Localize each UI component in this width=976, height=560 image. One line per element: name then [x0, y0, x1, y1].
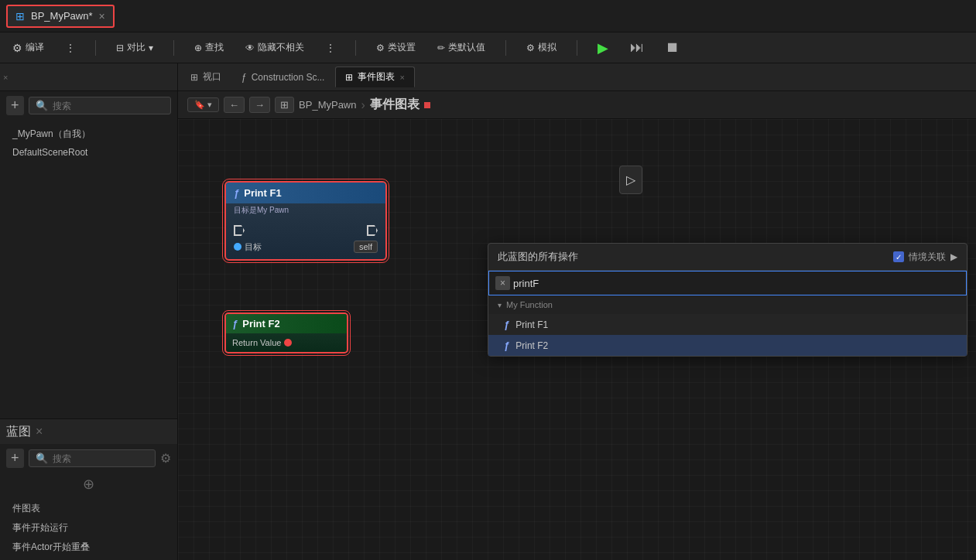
- sim-icon: ⚙: [526, 43, 535, 53]
- bottom-list-item-overlap[interactable]: 事件Actor开始重叠: [0, 538, 177, 557]
- toolbar-class-default-btn[interactable]: ✏ 类默认值: [433, 38, 490, 57]
- return-label: Return Value: [232, 338, 281, 347]
- bottom-panel-close-btn[interactable]: ×: [36, 425, 43, 439]
- toolbar-hide-btn[interactable]: 👁 隐藏不相关: [241, 38, 309, 57]
- bottom-list: 件图表 事件开始运行 事件Actor开始重叠: [0, 496, 177, 560]
- target-value-pin: self: [354, 241, 378, 253]
- exec-out-icon: [367, 225, 378, 236]
- bottom-search-icon: 🔍: [36, 452, 48, 464]
- toolbar-diff-btn[interactable]: ⊟ 对比 ▾: [111, 38, 158, 57]
- class-set-label: 类设置: [388, 41, 416, 54]
- bottom-panel-title: 蓝图: [6, 424, 31, 440]
- canvas-grid[interactable]: ▷ ƒ Print F1 目标是My Pawn: [178, 119, 976, 560]
- search-input-row: ×: [488, 271, 967, 295]
- print-f2-body: Return Value: [226, 333, 347, 352]
- print-f1-node[interactable]: ƒ Print F1 目标是My Pawn: [224, 181, 387, 261]
- result-group-header: ▾ My Function: [488, 295, 967, 314]
- result-item-1[interactable]: ƒ Print F2: [488, 335, 967, 356]
- context-arrow: ▶: [950, 251, 957, 262]
- event-graph-close-btn[interactable]: ×: [399, 73, 404, 82]
- print-f1-body: 目标 self: [226, 219, 385, 259]
- toolbar-sep-2: [173, 40, 174, 56]
- return-pin: Return Value: [232, 338, 292, 347]
- check-icon: ✓: [893, 251, 904, 262]
- tab-icon: ⊞: [15, 10, 25, 22]
- step-btn[interactable]: ⏭: [625, 36, 649, 59]
- toolbar-more-btn[interactable]: ⋮: [61, 39, 80, 56]
- nav-forward-btn[interactable]: →: [249, 97, 270, 113]
- print-f2-node[interactable]: ƒ Print F2 Return Value: [224, 312, 348, 353]
- result-item-0[interactable]: ƒ Print F1: [488, 314, 967, 335]
- canvas-area: ⊞ 视口 ƒ Construction Sc... ⊞ 事件图表 × 🔖 ▾ ←…: [178, 63, 976, 560]
- tab-close-btn[interactable]: ×: [98, 11, 104, 22]
- nav-grid-btn[interactable]: ⊞: [275, 97, 294, 113]
- print-f1-subtitle: 目标是My Pawn: [226, 203, 385, 219]
- exec-trigger-node: ▷: [619, 166, 642, 194]
- print-f1-title: Print F1: [244, 187, 281, 199]
- add-blueprint-btn[interactable]: +: [6, 449, 24, 468]
- hide-icon: 👁: [245, 43, 255, 53]
- comp-label: DefaultSceneRoot: [12, 147, 87, 158]
- add-circle-icon[interactable]: ⊕: [83, 476, 94, 493]
- tab-event-graph[interactable]: ⊞ 事件图表 ×: [335, 67, 414, 87]
- compile-label: 编译: [26, 41, 44, 54]
- compile-icon: ⚙: [12, 42, 22, 54]
- toolbar-sep-4: [505, 40, 506, 56]
- search-icon: 🔍: [36, 100, 48, 111]
- search-box: 🔍: [29, 97, 171, 114]
- context-label: 情境关联: [909, 251, 946, 264]
- search-input[interactable]: [53, 101, 164, 111]
- construction-icon: ƒ: [241, 72, 247, 83]
- exec-in-pin: [234, 225, 245, 236]
- context-check[interactable]: ✓ 情境关联 ▶: [893, 251, 957, 264]
- tab-label: 事件图表: [358, 70, 395, 84]
- search-results: ▾ My Function ƒ Print F1 ƒ Print F2: [488, 295, 967, 356]
- func-icon: ƒ: [234, 187, 239, 199]
- exec-pin: ▷: [626, 173, 635, 186]
- toolbar-hide-more-btn[interactable]: ⋮: [321, 39, 340, 56]
- toolbar-sim-btn[interactable]: ⚙ 模拟: [522, 38, 561, 57]
- exec-pin-row: [234, 225, 378, 236]
- toolbar-find-btn[interactable]: ⊕ 查找: [190, 38, 228, 57]
- comp-item-mypawn[interactable]: _MyPawn（自我）: [0, 125, 177, 144]
- left-bottom-panel: 蓝图 × + 🔍 ⚙ ⊕ 件图表 事件开始运行: [0, 418, 177, 560]
- bottom-gear-icon[interactable]: ⚙: [160, 451, 171, 466]
- pin-obj-icon: [234, 243, 241, 251]
- diff-arrow: ▾: [149, 43, 153, 53]
- return-pin-icon: [284, 339, 292, 347]
- toolbar-class-set-btn[interactable]: ⚙ 类设置: [372, 38, 420, 57]
- breadcrumb-bp-name[interactable]: BP_MyPawn: [299, 99, 356, 111]
- comp-item-sceneroot[interactable]: DefaultSceneRoot: [0, 144, 177, 161]
- class-default-label: 类默认值: [448, 41, 485, 54]
- stop-btn[interactable]: ⏹: [661, 36, 684, 59]
- bottom-list-item-graph[interactable]: 件图表: [0, 499, 177, 518]
- bottom-list-item-beginplay[interactable]: 事件开始运行: [0, 518, 177, 538]
- class-set-icon: ⚙: [376, 43, 385, 53]
- bottom-item-label: 件图表: [12, 503, 40, 514]
- toolbar-sep-1: [95, 40, 96, 56]
- toolbar-sep-3: [355, 40, 356, 56]
- find-icon: ⊕: [194, 43, 202, 53]
- toolbar-compile-btn[interactable]: ⚙ 编译: [8, 38, 49, 57]
- play-btn[interactable]: ▶: [593, 36, 613, 60]
- tab-label: 视口: [203, 70, 221, 84]
- print-f1-header: ƒ Print F1: [226, 183, 385, 203]
- main-tab[interactable]: ⊞ BP_MyPawn* ×: [6, 5, 115, 28]
- tab-viewport[interactable]: ⊞ 视口: [181, 67, 231, 87]
- tab-label: BP_MyPawn*: [31, 10, 92, 22]
- panel-tabs: ×: [0, 63, 177, 91]
- bottom-search-input[interactable]: [53, 453, 149, 464]
- search-popup-input[interactable]: [513, 278, 960, 289]
- result-func-icon-0: ƒ: [504, 319, 509, 330]
- tab-construction[interactable]: ƒ Construction Sc...: [232, 69, 334, 86]
- search-clear-btn[interactable]: ×: [495, 276, 510, 290]
- add-component-btn[interactable]: +: [6, 96, 24, 115]
- viewport-icon: ⊞: [190, 72, 198, 83]
- class-default-icon: ✏: [437, 43, 445, 53]
- left-panel-close-btn[interactable]: ×: [3, 73, 8, 82]
- print-f2-title: Print F2: [242, 318, 279, 330]
- bookmark-btn[interactable]: 🔖 ▾: [187, 97, 219, 112]
- breadcrumb-current: 事件图表: [370, 97, 420, 113]
- nav-back-btn[interactable]: ←: [224, 97, 245, 113]
- search-popup-header: 此蓝图的所有操作 ✓ 情境关联 ▶: [488, 244, 967, 271]
